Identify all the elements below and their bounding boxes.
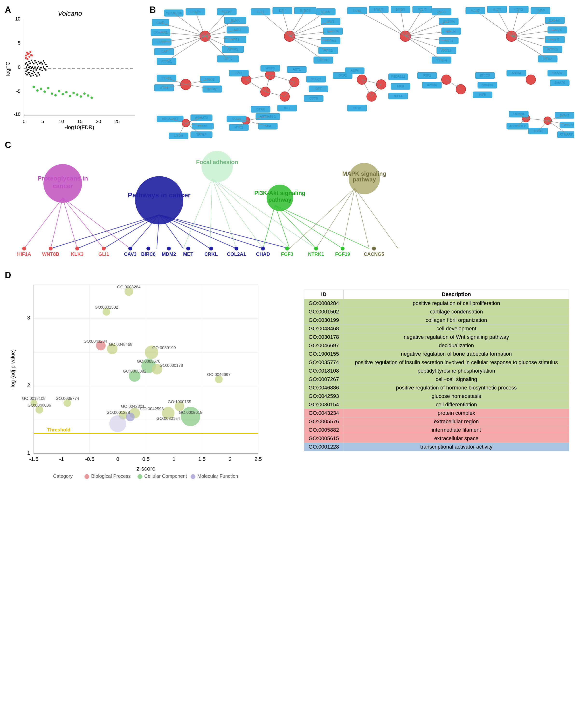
table-row: GO:0001502cartilage condensation [304,308,570,316]
svg-line-367 [183,179,212,249]
svg-point-47 [33,63,34,64]
svg-text:GO:0035774: GO:0035774 [55,396,79,401]
svg-point-75 [28,53,30,55]
svg-point-93 [80,95,82,98]
table-row: GO:0030178negative regulation of Wnt sig… [304,333,570,341]
svg-line-223 [511,36,548,59]
svg-text:GO:0008284: GO:0008284 [117,285,140,289]
svg-text:ERPM4: ERPM4 [325,39,336,43]
svg-text:CAV3: CAV3 [124,252,136,257]
svg-point-27 [33,68,34,70]
svg-line-284 [446,80,461,89]
svg-point-412 [314,246,318,251]
svg-text:EPOC4: EPOC4 [327,29,339,33]
table-row: GO:0030154cell differentiation [304,400,570,409]
svg-point-24 [32,67,33,68]
pi3k-label: PI3K-Akt signaling [254,190,306,196]
svg-point-23 [31,67,32,69]
svg-text:25: 25 [114,119,120,124]
svg-text:ASF4: ASF4 [351,69,359,72]
table-row: GO:1900155negative regulation of bone tr… [304,350,570,358]
svg-line-372 [212,179,316,249]
svg-point-80 [32,86,35,88]
svg-line-370 [212,179,263,249]
pi3k-label2: pathway [268,197,292,203]
svg-point-96 [90,97,93,99]
svg-text:2: 2 [27,382,30,388]
svg-text:FSP2: FSP2 [423,74,431,77]
svg-point-55 [43,60,44,61]
table-row: GO:0042593glucose homeostasis [304,392,570,400]
svg-text:YRT5: YRT5 [418,7,426,11]
svg-text:z-score: z-score [136,465,156,472]
svg-point-34 [40,67,42,68]
svg-text:FGF5: FGF5 [551,37,559,42]
svg-line-365 [159,215,263,249]
svg-text:20: 20 [96,119,101,124]
svg-text:CRKL: CRKL [204,252,218,257]
svg-text:0: 0 [116,456,119,462]
svg-text:FAT2: FAT2 [327,20,335,23]
table-header-desc: Description [344,290,570,299]
svg-point-61 [29,74,30,75]
svg-point-88 [61,93,64,95]
svg-text:GO:0005576: GO:0005576 [137,359,160,364]
svg-point-91 [72,92,75,94]
svg-text:-1: -1 [59,456,64,462]
svg-text:GLI1: GLI1 [99,252,109,257]
svg-text:NIF14: NIF14 [394,94,402,98]
svg-text:GO:0001228: GO:0001228 [106,410,130,415]
svg-text:GCF2: GCF2 [339,74,347,77]
table-row: GO:0001228transcriptional activator acti… [304,443,570,451]
svg-text:HIF1A: HIF1A [17,252,31,257]
svg-point-406 [235,246,238,251]
svg-line-373 [263,205,275,249]
svg-line-186 [357,10,405,36]
svg-text:FGF19: FGF19 [335,252,350,257]
svg-point-486 [137,474,142,479]
svg-text:FGF3: FGF3 [281,252,293,257]
svg-point-78 [25,57,27,59]
svg-text:-10: -10 [14,111,21,117]
svg-point-63 [31,73,33,74]
svg-line-382 [355,188,398,249]
svg-text:LNK304: LNK304 [513,112,525,116]
svg-text:SMAP5: SMAP5 [554,81,565,84]
svg-text:JAQX: JAQX [553,28,562,32]
svg-point-54 [42,63,43,65]
svg-line-158 [290,10,305,36]
svg-text:NTRK1: NTRK1 [308,252,324,257]
svg-line-246 [285,82,294,97]
svg-point-44 [29,62,31,64]
svg-point-41 [26,62,27,63]
svg-point-484 [84,474,89,479]
svg-point-45 [31,60,32,61]
svg-point-388 [22,246,26,251]
svg-text:GO:0030199: GO:0030199 [152,345,176,350]
svg-text:GO:0005615: GO:0005615 [179,410,202,415]
svg-text:OOO1: OOO1 [232,117,241,121]
svg-point-87 [58,90,60,93]
svg-point-21 [28,69,29,70]
svg-text:QTCR: QTCR [309,97,318,100]
panel-b: ADAMTS4 OMD CXMMX1 CTGF CA9 ATFM1 CHAP1 … [150,5,574,140]
svg-line-376 [275,205,343,249]
svg-text:-log (adj p-value): -log (adj p-value) [10,349,16,389]
svg-point-81 [36,89,38,92]
svg-point-36 [43,67,44,68]
svg-point-77 [31,55,33,56]
svg-point-390 [49,246,53,251]
svg-text:TP53: TP53 [231,37,239,42]
table-row: GO:0035774positive regulation of insulin… [304,358,570,367]
svg-point-18 [28,67,30,68]
panel-c-network: Proteoglycans in cancer Pathways in canc… [5,140,574,265]
svg-text:3: 3 [27,315,30,321]
svg-text:-0.5: -0.5 [85,456,94,462]
svg-text:PEDR512: PEDR512 [391,75,405,78]
svg-text:GO:0042593: GO:0042593 [140,407,164,411]
svg-line-355 [63,198,104,249]
svg-text:0: 0 [23,119,25,124]
svg-point-404 [209,246,213,251]
svg-point-59 [26,74,28,76]
table-row: GO:0018108peptidyl-tyrosine phosphorylat… [304,367,570,375]
